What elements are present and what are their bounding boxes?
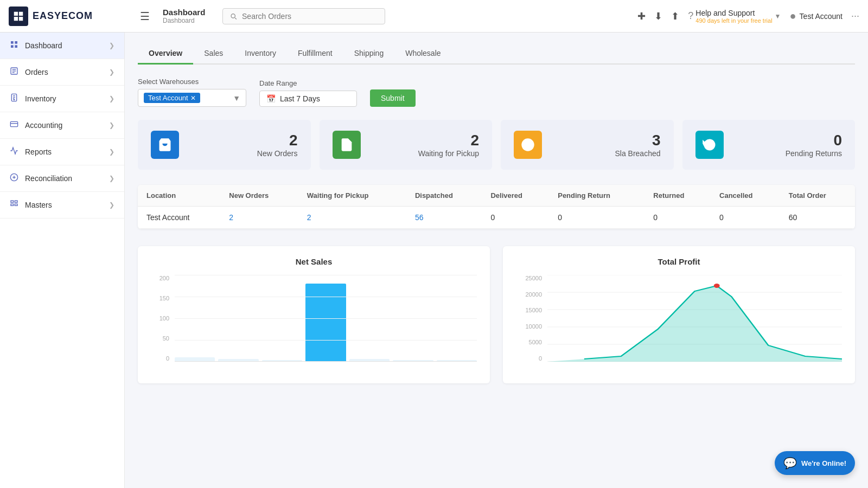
pending-returns-icon <box>695 131 724 159</box>
sidebar-label-masters: Masters <box>25 201 52 209</box>
stat-cards: 2 New Orders 2 Waiting for Pickup 3 Sla … <box>138 120 855 170</box>
cell-total-order: 60 <box>780 207 855 229</box>
sidebar-label-reports: Reports <box>25 147 52 156</box>
pending-returns-count: 0 <box>786 132 842 149</box>
cell-new-orders[interactable]: 2 <box>220 207 298 229</box>
svg-rect-16 <box>15 201 17 202</box>
tab-wholesale[interactable]: Wholesale <box>394 43 451 65</box>
chat-widget[interactable]: 💬 We're Online! <box>775 451 855 475</box>
chevron-down-icon: ▼ <box>775 12 781 20</box>
col-header-new-orders: New Orders <box>220 185 298 207</box>
pending-returns-label: Pending Returns <box>786 149 842 158</box>
chat-widget-label: We're Online! <box>801 459 846 467</box>
reconciliation-icon <box>10 173 18 184</box>
more-options-icon[interactable]: ··· <box>851 10 859 22</box>
col-header-cancelled: Cancelled <box>711 185 780 207</box>
cell-waiting-pickup[interactable]: 2 <box>298 207 406 229</box>
tab-fulfillment[interactable]: Fulfillment <box>287 43 343 65</box>
data-table: Location New Orders Waiting for Pickup D… <box>138 185 855 229</box>
search-box <box>222 8 385 24</box>
stat-card-new-orders[interactable]: 2 New Orders <box>138 120 311 170</box>
warehouse-label: Select Warehouses <box>138 78 246 86</box>
sidebar-label-orders: Orders <box>25 68 48 76</box>
inventory-icon <box>10 93 18 104</box>
chevron-right-icon: ❯ <box>109 121 114 129</box>
total-profit-chart-area: 25000 20000 15000 10000 5000 0 <box>516 275 842 373</box>
chevron-right-icon: ❯ <box>109 201 114 209</box>
filters-row: Select Warehouses Test Account ✕ ▼ Date … <box>138 78 855 107</box>
main-content: Overview Sales Inventory Fulfillment Shi… <box>125 33 868 488</box>
sidebar-item-inventory[interactable]: Inventory ❯ <box>0 86 124 112</box>
help-icon: ? <box>688 10 693 22</box>
new-orders-count: 2 <box>257 132 298 149</box>
account-icon: ● <box>790 10 796 22</box>
submit-button[interactable]: Submit <box>370 89 416 107</box>
sidebar-label-inventory: Inventory <box>25 94 56 103</box>
tab-inventory[interactable]: Inventory <box>234 43 287 65</box>
profit-area-svg <box>547 275 842 362</box>
total-profit-title: Total Profit <box>516 257 842 266</box>
waiting-pickup-icon <box>333 131 361 159</box>
col-header-delivered: Delivered <box>482 185 549 207</box>
sla-breached-count: 3 <box>615 132 660 149</box>
svg-rect-10 <box>10 121 17 126</box>
svg-rect-3 <box>15 45 17 48</box>
tab-overview[interactable]: Overview <box>138 43 193 65</box>
breadcrumb-sub: Dashboard <box>163 17 205 24</box>
svg-rect-17 <box>11 204 14 206</box>
net-sales-chart: Net Sales 200 150 100 50 0 <box>138 246 490 383</box>
dropdown-arrow-icon[interactable]: ▼ <box>233 94 240 102</box>
chevron-right-icon: ❯ <box>109 148 114 156</box>
masters-icon <box>10 200 18 210</box>
sidebar-item-accounting[interactable]: Accounting ❯ <box>0 112 124 139</box>
stat-card-pending-returns[interactable]: 0 Pending Returns <box>682 120 856 170</box>
page-title: Dashboard <box>163 8 205 17</box>
reports-icon <box>10 146 18 157</box>
chat-icon: 💬 <box>783 457 797 470</box>
svg-rect-15 <box>11 201 14 202</box>
sidebar-item-masters[interactable]: Masters ❯ <box>0 192 124 219</box>
warehouse-filter: Select Warehouses Test Account ✕ ▼ <box>138 78 246 107</box>
help-support[interactable]: ? Help and Support 490 days left in your… <box>688 9 781 24</box>
sidebar-item-reconciliation[interactable]: Reconciliation ❯ <box>0 165 124 192</box>
col-header-pending-return: Pending Return <box>549 185 644 207</box>
search-input[interactable] <box>242 12 378 21</box>
date-value: Last 7 Days <box>280 94 320 103</box>
stat-card-waiting-pickup[interactable]: 2 Waiting for Pickup <box>320 120 493 170</box>
sidebar-label-accounting: Accounting <box>25 121 62 130</box>
date-range-select[interactable]: 📅 Last 7 Days <box>259 91 357 107</box>
svg-rect-18 <box>15 204 17 206</box>
tag-remove-icon[interactable]: ✕ <box>190 94 196 102</box>
net-sales-title: Net Sales <box>151 257 477 266</box>
tab-sales[interactable]: Sales <box>193 43 234 65</box>
download-icon[interactable]: ⬇ <box>654 10 662 22</box>
upload-icon[interactable]: ⬆ <box>671 10 679 22</box>
sidebar-item-reports[interactable]: Reports ❯ <box>0 139 124 165</box>
peak-dot <box>714 284 720 288</box>
stat-card-sla-breached[interactable]: 3 Sla Breached <box>501 120 674 170</box>
logo-icon <box>9 7 28 26</box>
tab-bar: Overview Sales Inventory Fulfillment Shi… <box>138 43 855 65</box>
calendar-icon: 📅 <box>266 94 276 103</box>
hamburger-icon[interactable]: ☰ <box>140 10 150 23</box>
sidebar-item-dashboard[interactable]: Dashboard ❯ <box>0 33 124 59</box>
chevron-right-icon: ❯ <box>109 68 114 76</box>
col-header-returned: Returned <box>644 185 711 207</box>
cell-dispatched[interactable]: 56 <box>406 207 482 229</box>
net-sales-chart-area: 200 150 100 50 0 <box>151 275 477 373</box>
new-orders-info: 2 New Orders <box>257 132 298 158</box>
add-icon[interactable]: ✚ <box>637 10 646 22</box>
svg-rect-1 <box>15 41 17 44</box>
cell-location: Test Account <box>138 207 220 229</box>
cell-pending-return: 0 <box>549 207 644 229</box>
warehouse-select[interactable]: Test Account ✕ ▼ <box>138 89 246 107</box>
account-area[interactable]: ● Test Account <box>790 10 843 22</box>
tab-shipping[interactable]: Shipping <box>343 43 395 65</box>
search-area <box>222 8 385 24</box>
warehouse-tag: Test Account ✕ <box>144 93 200 103</box>
sidebar-label-reconciliation: Reconciliation <box>25 174 72 183</box>
sidebar-item-orders[interactable]: Orders ❯ <box>0 59 124 86</box>
charts-row: Net Sales 200 150 100 50 0 <box>138 246 855 383</box>
logo-area: EASYECOM <box>9 7 133 26</box>
new-orders-icon <box>151 131 179 159</box>
